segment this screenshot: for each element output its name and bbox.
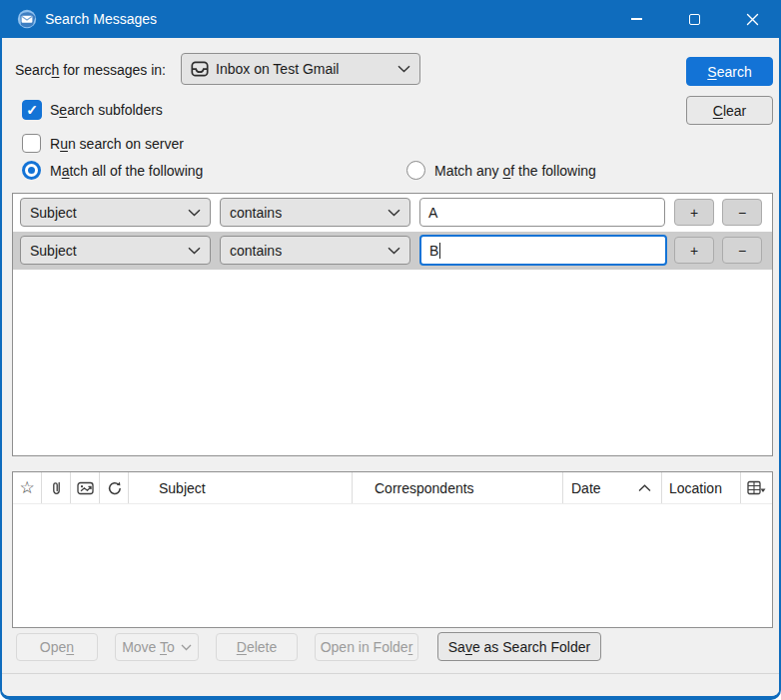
junk-icon (77, 481, 94, 495)
search-subfolders-checkbox[interactable]: ✓ (22, 100, 42, 120)
column-picker-button[interactable] (741, 472, 772, 503)
remove-term-button[interactable]: − (722, 237, 762, 264)
chevron-down-icon (388, 247, 400, 255)
maximize-button[interactable] (665, 0, 723, 38)
search-terms-panel: Subject contains A + − Subject (12, 193, 773, 456)
search-value-input[interactable]: A (419, 198, 665, 227)
window-title: Search Messages (45, 0, 157, 38)
search-in-label: Search for messages in: (15, 62, 166, 78)
checkmark-icon: ✓ (26, 102, 38, 118)
search-messages-window: Search Messages Search for messages in: … (0, 0, 781, 700)
run-search-on-server-checkbox[interactable] (22, 134, 41, 153)
folder-dropdown[interactable]: Inbox on Test Gmail (181, 53, 420, 85)
chevron-down-icon (188, 247, 201, 255)
recycle-arrow-icon (106, 480, 122, 496)
column-header-subject[interactable]: Subject (129, 472, 353, 503)
titlebar[interactable]: Search Messages (0, 0, 781, 38)
column-header-date[interactable]: Date (563, 472, 662, 503)
chevron-down-icon (388, 209, 400, 217)
open-button[interactable]: Open (16, 633, 98, 661)
add-term-button[interactable]: + (674, 199, 714, 226)
attribute-dropdown[interactable]: Subject (20, 198, 211, 227)
search-value-input-focused[interactable]: B (419, 235, 667, 266)
column-header-attachment[interactable] (42, 472, 71, 503)
close-button[interactable] (723, 0, 781, 38)
clear-button[interactable]: Clear (686, 96, 773, 125)
open-in-folder-button[interactable]: Open in Folder (315, 633, 418, 661)
match-all-label: Match all of the following (50, 163, 203, 179)
column-header-junk[interactable] (71, 472, 100, 503)
close-icon (746, 13, 759, 26)
folder-dropdown-value: Inbox on Test Gmail (216, 61, 390, 77)
column-header-correspondents[interactable]: Correspondents (353, 472, 563, 503)
paperclip-icon (50, 480, 63, 496)
run-search-on-server-label: Run search on server (50, 136, 184, 152)
add-term-button[interactable]: + (674, 237, 714, 264)
star-icon: ☆ (19, 479, 34, 496)
chevron-down-icon (397, 65, 410, 73)
column-header-starred[interactable]: ☆ (13, 472, 42, 503)
chevron-down-icon (181, 644, 192, 651)
minus-icon: − (738, 243, 746, 259)
search-button[interactable]: Search (686, 57, 773, 86)
column-header-delete[interactable] (100, 472, 129, 503)
status-bar (2, 674, 779, 698)
save-as-search-folder-button[interactable]: Save as Search Folder (437, 632, 601, 661)
operator-dropdown[interactable]: contains (220, 198, 410, 227)
column-header-location[interactable]: Location (662, 472, 741, 503)
sort-ascending-icon (638, 484, 651, 492)
maximize-icon (689, 14, 700, 25)
move-to-button[interactable]: Move To (115, 633, 199, 661)
remove-term-button[interactable]: − (722, 199, 762, 226)
search-term-row: Subject contains A + − (13, 194, 772, 232)
match-any-label: Match any of the following (434, 163, 596, 179)
plus-icon: + (690, 205, 698, 221)
delete-button[interactable]: Delete (216, 633, 298, 661)
operator-dropdown[interactable]: contains (220, 236, 410, 265)
attribute-dropdown[interactable]: Subject (20, 236, 211, 265)
match-all-radio[interactable] (22, 161, 41, 180)
text-caret (439, 243, 440, 259)
thunderbird-logo-icon (17, 9, 37, 29)
minimize-icon (631, 18, 642, 20)
search-term-row: Subject contains B + − (13, 232, 772, 270)
search-subfolders-label: Search subfolders (50, 102, 163, 118)
match-any-radio[interactable] (406, 161, 425, 180)
plus-icon: + (690, 243, 698, 259)
chevron-down-icon (188, 209, 201, 217)
minimize-button[interactable] (607, 0, 665, 38)
column-picker-icon (747, 480, 766, 495)
minus-icon: − (738, 205, 746, 221)
results-header: ☆ Subject (13, 472, 772, 504)
results-panel: ☆ Subject (12, 471, 773, 628)
inbox-icon (191, 61, 209, 77)
